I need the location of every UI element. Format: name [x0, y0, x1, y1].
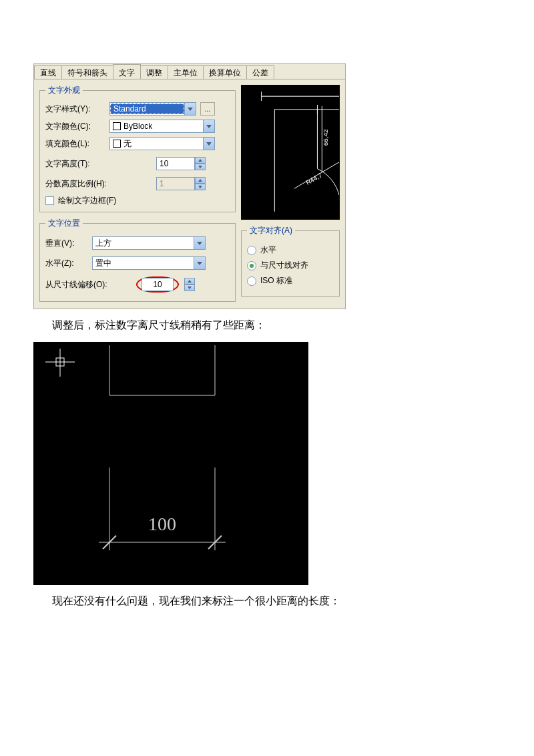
group-text-appearance: 文字外观 文字样式(Y): Standard ... 文字颜色(C):	[39, 85, 236, 212]
tab-fit[interactable]: 调整	[140, 65, 168, 79]
legend-text-align: 文字对齐(A)	[247, 225, 295, 236]
combo-text-style-value: Standard	[110, 104, 184, 114]
label-offset: 从尺寸线偏移(O):	[45, 279, 132, 291]
label-horizontal: 水平(Z):	[45, 258, 88, 269]
dimension-text: 100	[148, 514, 176, 534]
tab-symbols-arrows[interactable]: 符号和箭头	[61, 65, 113, 79]
combo-text-color-value: ByBlock	[110, 122, 203, 131]
radio-icon	[247, 261, 256, 270]
chevron-down-icon	[203, 120, 214, 132]
spin-down-icon	[195, 184, 206, 190]
radio-horizontal-label: 水平	[260, 244, 276, 256]
text-style-browse-button[interactable]: ...	[200, 102, 215, 116]
label-text-color: 文字颜色(C):	[45, 121, 105, 132]
tab-alt-units[interactable]: 换算单位	[203, 65, 247, 79]
radio-withline[interactable]: 与尺寸线对齐	[247, 260, 334, 271]
tab-tolerance[interactable]: 公差	[246, 65, 274, 79]
radio-icon	[247, 276, 256, 286]
radio-iso[interactable]: ISO 标准	[247, 275, 334, 287]
combo-vertical-value: 上方	[93, 238, 194, 249]
tab-primary-units[interactable]: 主单位	[168, 65, 204, 79]
preview-dim1: 66,42	[322, 129, 329, 146]
group-text-align: 文字对齐(A) 水平 与尺寸线对齐 ISO 标准	[241, 225, 340, 297]
swatch-icon	[113, 122, 121, 130]
tab-text[interactable]: 文字	[113, 64, 141, 79]
spin-text-height[interactable]: 10	[156, 157, 206, 170]
checkbox-icon	[45, 196, 54, 205]
label-vertical: 垂直(V):	[45, 238, 88, 249]
left-column: 文字外观 文字样式(Y): Standard ... 文字颜色(C):	[39, 85, 236, 302]
chevron-down-icon	[194, 257, 205, 269]
spin-offset-arrows[interactable]	[184, 278, 195, 291]
legend-text-position: 文字位置	[45, 218, 83, 229]
spin-up-icon[interactable]	[195, 157, 206, 164]
spin-up-icon	[195, 177, 206, 184]
spin-offset[interactable]: 10	[142, 278, 174, 291]
spin-down-icon[interactable]	[184, 285, 195, 291]
radio-icon	[247, 246, 256, 255]
combo-text-style[interactable]: Standard	[109, 102, 196, 116]
combo-fill-color-value: 无	[110, 138, 203, 150]
spin-text-height-value[interactable]: 10	[156, 157, 195, 170]
label-fill-color: 填充颜色(L):	[45, 138, 105, 150]
preview-dim2: R44,7	[304, 171, 323, 186]
spin-offset-value[interactable]: 10	[142, 278, 174, 291]
chevron-down-icon	[194, 237, 205, 249]
paragraph-2: 现在还没有什么问题，现在我们来标注一个很小距离的长度：	[52, 594, 534, 608]
swatch-icon	[113, 140, 121, 148]
legend-text-appearance: 文字外观	[45, 85, 83, 96]
combo-horizontal[interactable]: 置中	[92, 256, 206, 270]
highlight-circle: 10	[136, 276, 179, 293]
label-fraction-height: 分数高度比例(H):	[45, 178, 152, 190]
radio-horizontal[interactable]: 水平	[247, 244, 334, 256]
combo-vertical[interactable]: 上方	[92, 236, 206, 250]
label-text-style: 文字样式(Y):	[45, 104, 105, 115]
combo-text-color[interactable]: ByBlock	[109, 120, 215, 133]
spin-up-icon[interactable]	[184, 278, 195, 285]
chevron-down-icon	[184, 103, 196, 115]
document-page: 直线 符号和箭头 文字 调整 主单位 换算单位 公差 文字外观 文字样式(Y):…	[0, 0, 534, 608]
right-column: 66,42 R44,7 文字对齐(A) 水平 与尺寸线对齐	[241, 85, 340, 302]
dimension-preview: 66,42 R44,7	[241, 85, 340, 220]
spin-fraction-height-value: 1	[156, 177, 195, 190]
checkbox-draw-frame-label: 绘制文字边框(F)	[58, 195, 116, 206]
spin-down-icon[interactable]	[195, 164, 206, 170]
checkbox-draw-frame[interactable]: 绘制文字边框(F)	[45, 195, 230, 206]
tab-bar: 直线 符号和箭头 文字 调整 主单位 换算单位 公差	[34, 64, 345, 79]
tab-line[interactable]: 直线	[34, 65, 62, 79]
chevron-down-icon	[203, 138, 214, 150]
group-text-position: 文字位置 垂直(V): 上方 水平(Z): 置中	[39, 218, 236, 302]
label-text-height: 文字高度(T):	[45, 158, 152, 170]
dimension-style-dialog: 直线 符号和箭头 文字 调整 主单位 换算单位 公差 文字外观 文字样式(Y):…	[33, 63, 346, 309]
spin-fraction-height: 1	[156, 177, 206, 190]
paragraph-1: 调整后，标注数字离尺寸线稍稍有了些距离：	[52, 319, 534, 333]
radio-withline-label: 与尺寸线对齐	[260, 260, 308, 271]
combo-fill-color[interactable]: 无	[109, 137, 215, 150]
cad-viewport: 100	[33, 342, 308, 585]
radio-iso-label: ISO 标准	[260, 275, 292, 287]
combo-horizontal-value: 置中	[93, 258, 194, 269]
